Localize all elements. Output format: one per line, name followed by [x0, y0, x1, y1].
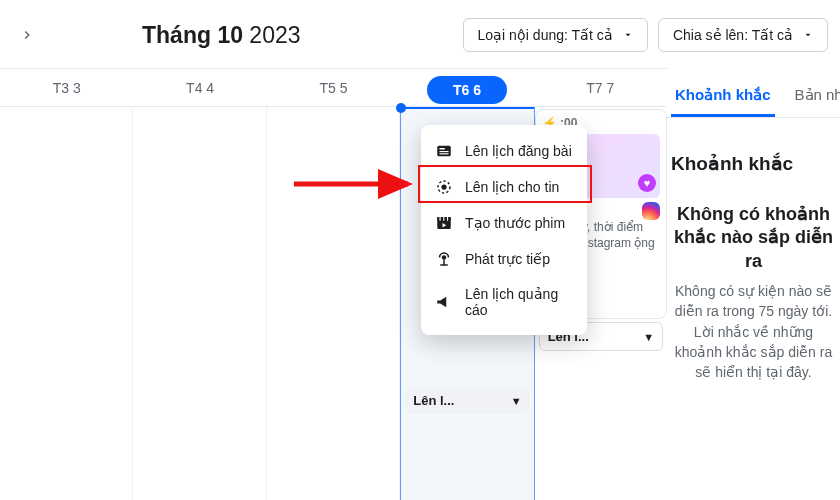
day-header[interactable]: T3 3 [0, 69, 133, 106]
empty-state-description: Không có sự kiện nào sẽ diễn ra trong 75… [667, 281, 840, 382]
create-context-menu: Lên lịch đăng bài Lên lịch cho tin Tạo t… [421, 125, 587, 335]
day-header[interactable]: T5 5 [267, 69, 400, 106]
empty-state-title: Không có khoảnh khắc nào sắp diễn ra [667, 203, 840, 273]
calendar-column[interactable] [133, 107, 266, 500]
tab-moments[interactable]: Khoảnh khắc [671, 76, 775, 117]
menu-schedule-story[interactable]: Lên lịch cho tin [421, 169, 587, 205]
live-icon [435, 250, 453, 268]
calendar-column[interactable] [267, 107, 400, 500]
sidebar-tabs: Khoảnh khắc Bản nha [667, 68, 840, 118]
today-indicator-dot [396, 103, 406, 113]
svg-rect-1 [440, 148, 445, 150]
svg-rect-9 [443, 217, 444, 221]
svg-point-11 [442, 255, 447, 260]
svg-rect-12 [443, 260, 445, 265]
sidebar-heading: Khoảnh khắc [671, 152, 836, 175]
post-icon [435, 142, 453, 160]
day-header-active[interactable]: T6 6 [400, 69, 533, 106]
svg-rect-2 [440, 151, 449, 152]
svg-point-5 [441, 184, 446, 189]
menu-go-live[interactable]: Phát trực tiếp [421, 241, 587, 277]
content-type-filter[interactable]: Loại nội dung: Tất cả [463, 18, 648, 52]
calendar-header: Tháng 10 2023 Loại nội dung: Tất cả Chia… [0, 0, 840, 72]
caret-down-icon [803, 30, 813, 40]
caret-down-icon: ▼ [643, 331, 654, 343]
share-to-filter[interactable]: Chia sẻ lên: Tất cả [658, 18, 828, 52]
megaphone-icon [435, 293, 453, 311]
svg-rect-13 [440, 264, 448, 266]
instagram-icon [642, 202, 660, 220]
caret-down-icon [623, 30, 633, 40]
main-area: T3 3 T4 4 T5 5 T6 6 T7 7 Lên l... ▼ [0, 68, 840, 500]
svg-rect-3 [440, 153, 449, 154]
today-indicator-line [401, 107, 533, 109]
menu-schedule-ad[interactable]: Lên lịch quảng cáo [421, 277, 587, 327]
day-header[interactable]: T4 4 [133, 69, 266, 106]
schedule-pill[interactable]: Lên l... ▼ [405, 387, 529, 414]
svg-rect-8 [440, 217, 441, 221]
calendar-column[interactable] [0, 107, 133, 500]
menu-create-reel[interactable]: Tạo thước phim [421, 205, 587, 241]
right-sidebar: Khoảnh khắc Bản nha Khoảnh khắc Không có… [667, 68, 840, 500]
page-title: Tháng 10 2023 [142, 22, 301, 49]
day-header[interactable]: T7 7 [534, 69, 667, 106]
heart-icon: ♥ [638, 174, 656, 192]
svg-rect-10 [447, 217, 448, 221]
reel-icon [435, 214, 453, 232]
menu-schedule-post[interactable]: Lên lịch đăng bài [421, 133, 587, 169]
day-header-row: T3 3 T4 4 T5 5 T6 6 T7 7 [0, 69, 667, 107]
story-icon [435, 178, 453, 196]
tab-notes[interactable]: Bản nha [791, 76, 841, 117]
caret-down-icon: ▼ [511, 395, 522, 407]
next-period-button[interactable] [12, 20, 42, 50]
